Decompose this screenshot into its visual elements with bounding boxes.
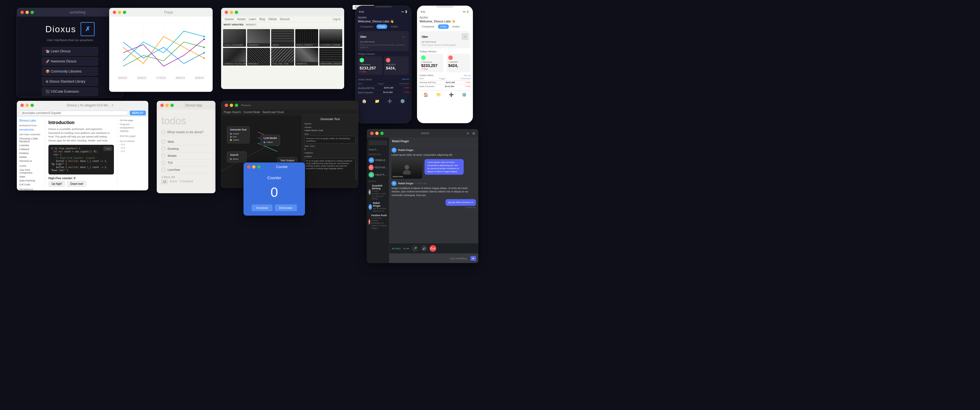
vscode-extension-button[interactable]: ⬛ VSCode Extension bbox=[42, 88, 98, 96]
chat-user-festive[interactable]: F FESTIVE... bbox=[369, 164, 387, 171]
filter-all[interactable]: All bbox=[161, 180, 167, 184]
edit-this-page[interactable]: Edit this page! bbox=[120, 134, 146, 138]
close-dot[interactable] bbox=[225, 11, 228, 14]
nav-home-dark[interactable]: 🏠 bbox=[362, 99, 367, 103]
tab-companies-light[interactable]: Companies bbox=[420, 24, 437, 29]
speaker-button[interactable]: 🔊 bbox=[421, 245, 427, 252]
nav-home-light[interactable]: 🏠 bbox=[423, 93, 428, 97]
list-item[interactable]: LiveView bbox=[161, 166, 211, 173]
list-item[interactable]: MINISALY bbox=[247, 48, 270, 65]
list-item[interactable]: A_FOGGY_SCENE bbox=[319, 29, 342, 47]
docs-url-bar[interactable]: dioxuslabs.com/learn/0.5/guide/ bbox=[19, 111, 128, 115]
toolbar-plugin-search[interactable]: Plugin Search bbox=[224, 111, 241, 114]
version-03[interactable]: - 0.3 bbox=[120, 150, 146, 153]
minimize-dot[interactable] bbox=[25, 104, 29, 107]
list-item[interactable]: Web bbox=[161, 138, 211, 145]
version-04[interactable]: - 0.4 bbox=[120, 146, 146, 150]
up-high-button[interactable]: Up high! bbox=[48, 181, 65, 187]
maximize-dot[interactable] bbox=[257, 165, 261, 169]
maximize-dot[interactable] bbox=[30, 11, 34, 14]
list-item[interactable]: SHOLI_FRENZY bbox=[295, 29, 318, 47]
node-llm[interactable]: LLM Model output bbox=[261, 135, 280, 146]
sidebar-item-full-code[interactable]: Full Code bbox=[19, 183, 43, 187]
maximize-dot[interactable] bbox=[170, 104, 174, 107]
sidebar-item-first-component[interactable]: Your First Component bbox=[19, 168, 43, 175]
learn-dioxus-button[interactable]: 📚 Learn Dioxus bbox=[42, 47, 98, 56]
sidebar-item-mobile[interactable]: Mobile bbox=[19, 155, 43, 159]
minimize-dot[interactable] bbox=[375, 132, 379, 135]
toolbar-current-node[interactable]: Current Node bbox=[243, 111, 260, 114]
down-low-button[interactable]: Down low! bbox=[67, 181, 86, 187]
list-item[interactable]: Mobile bbox=[161, 152, 211, 160]
minimize-dot[interactable] bbox=[252, 165, 256, 169]
node-search[interactable]: Search query bbox=[227, 152, 247, 163]
awesome-dioxus-button[interactable]: 🚀 Awesome Dioxus bbox=[42, 57, 98, 65]
node-input[interactable]: Generate Text model text output bbox=[227, 126, 250, 144]
chat-pin-icon[interactable]: ⊞ bbox=[473, 132, 475, 135]
chat-search-input[interactable] bbox=[369, 140, 387, 145]
close-dot[interactable] bbox=[247, 165, 250, 169]
chat-conversation-rebel[interactable]: R Rebel Finger Ipa qui officia deserunt … bbox=[369, 201, 387, 213]
standard-library-button[interactable]: ⊕ Dioxus Standard Library bbox=[42, 77, 98, 86]
todo-checkbox-3[interactable] bbox=[161, 154, 165, 158]
nav-settings-dark[interactable]: ⚙️ bbox=[400, 99, 405, 103]
nav-settings-light[interactable]: ⚙️ bbox=[462, 93, 466, 97]
nav-github[interactable]: Github bbox=[268, 18, 277, 21]
minimize-dot[interactable] bbox=[230, 11, 233, 14]
minimize-dot[interactable] bbox=[118, 11, 121, 14]
chat-user-able[interactable]: A ABLE R... bbox=[369, 171, 387, 179]
end-call-button[interactable]: End bbox=[430, 245, 436, 252]
todo-input[interactable] bbox=[167, 130, 211, 134]
list-item[interactable]: TANGENT bbox=[247, 29, 270, 47]
sidebar-item-liveview[interactable]: Liveview bbox=[19, 144, 43, 147]
chat-close-icon[interactable]: ✕ bbox=[466, 132, 469, 135]
copy-button[interactable]: Copy bbox=[103, 147, 112, 151]
community-libraries-button[interactable]: 📦 Community Libraries bbox=[42, 67, 98, 76]
nav-plus-dark[interactable]: ➕ bbox=[387, 99, 392, 103]
list-item[interactable]: ANIMETAL bbox=[295, 48, 318, 65]
nav-plus-light[interactable]: ➕ bbox=[449, 93, 453, 97]
mute-button[interactable]: 🎤 bbox=[412, 245, 418, 252]
nav-folder-dark[interactable]: 📁 bbox=[375, 99, 379, 103]
list-item[interactable]: Desktop bbox=[161, 145, 211, 152]
send-button[interactable]: ➤ bbox=[471, 256, 476, 261]
list-item[interactable]: TUI bbox=[161, 160, 211, 166]
see-all-light[interactable]: See all bbox=[464, 74, 471, 77]
tab-invites-light[interactable]: Invites bbox=[450, 24, 462, 29]
todo-checkbox-2[interactable] bbox=[161, 147, 165, 151]
list-item[interactable]: COLD_CHOOSEN bbox=[223, 29, 246, 47]
close-dot[interactable] bbox=[113, 11, 116, 14]
tab-chats-light[interactable]: Chats bbox=[438, 24, 449, 29]
maximize-dot[interactable] bbox=[123, 11, 126, 14]
sidebar-item-state[interactable]: State bbox=[19, 175, 43, 179]
list-item[interactable]: ARIPE bbox=[271, 29, 294, 47]
close-dot[interactable] bbox=[370, 132, 374, 135]
chat-conversation-festive[interactable]: F Festive Push o elusmod tempor incididu… bbox=[369, 213, 387, 230]
sidebar-item-desktop[interactable]: Desktop bbox=[19, 151, 43, 155]
tab-invites-dark[interactable]: Invites bbox=[388, 24, 400, 29]
nav-assets[interactable]: Assets bbox=[237, 18, 245, 21]
close-dot[interactable] bbox=[21, 11, 24, 14]
close-dot[interactable] bbox=[21, 104, 24, 107]
minimize-dot[interactable] bbox=[25, 11, 29, 14]
deploy-button[interactable]: DEPLOY bbox=[130, 111, 146, 115]
todo-checkbox-4[interactable] bbox=[161, 161, 165, 165]
toolbar-save-load[interactable]: Save/Load Cloud bbox=[262, 111, 284, 114]
list-item[interactable]: JUNGLE_FULFILLMENT bbox=[223, 48, 246, 65]
minimize-dot[interactable] bbox=[165, 104, 169, 107]
sidebar-item-fullstack[interactable]: Fullstack bbox=[19, 147, 43, 151]
version-05[interactable]: - 0.5 bbox=[120, 143, 146, 146]
todo-checkbox-1[interactable] bbox=[161, 140, 165, 144]
tab-chats-dark[interactable]: Chats bbox=[376, 24, 388, 29]
minimize-dot[interactable] bbox=[230, 104, 233, 107]
list-item[interactable]: TDO_TAC_TOE bbox=[271, 48, 294, 65]
sidebar-item-web-renderer[interactable]: Choosing A Web Renderer bbox=[19, 137, 43, 144]
nav-games[interactable]: Games bbox=[225, 18, 234, 21]
filter-completed[interactable]: Completed bbox=[180, 180, 193, 184]
nav-blog[interactable]: Blog bbox=[259, 18, 265, 21]
decrease-button[interactable]: Decrease bbox=[275, 204, 297, 211]
maximize-dot[interactable] bbox=[380, 132, 383, 135]
increase-button[interactable]: Increase bbox=[251, 204, 272, 211]
close-dot[interactable] bbox=[225, 104, 228, 107]
chat-conversation-guarded[interactable]: G Guarded Writing In non proident, sunt … bbox=[369, 183, 387, 201]
